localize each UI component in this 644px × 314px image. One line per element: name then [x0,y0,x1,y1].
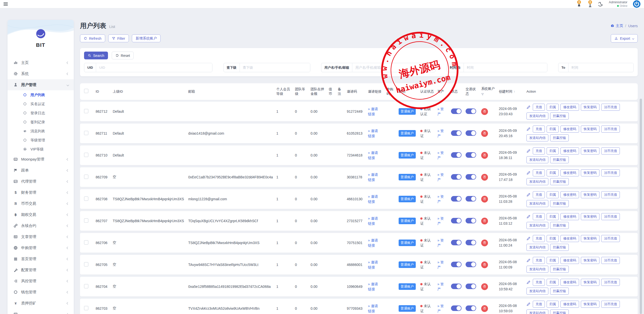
action-button[interactable]: 控赢控输 [550,222,569,229]
edit-icon[interactable] [526,171,531,175]
sidebar-subitem[interactable]: 登录日志 [8,108,74,117]
action-button[interactable]: 恢复密码 [581,126,599,133]
sidebar-item[interactable]: 永续合约 [8,220,74,231]
sidebar-item[interactable]: 币币交易 [8,198,74,209]
filter-field-input[interactable] [96,63,212,72]
action-button[interactable]: 修改密码 [560,279,579,286]
trade-status-toggle[interactable] [466,196,476,202]
action-button[interactable]: 归属 [547,301,559,308]
action-button[interactable]: 恢复密码 [581,235,599,242]
filter-field-input[interactable] [569,63,633,72]
edit-icon[interactable] [526,258,531,262]
sidebar-subitem[interactable]: 等级管理 [8,136,74,145]
action-button[interactable]: 法币充值 [601,104,620,111]
action-button[interactable]: 法币充值 [601,257,620,264]
assets-link[interactable]: » 资产 [437,216,446,226]
action-button[interactable]: 修改密码 [560,235,579,242]
action-button[interactable]: 法币充值 [601,279,620,286]
assets-link[interactable]: » 资产 [437,260,446,270]
action-button[interactable]: 归属 [547,126,559,133]
action-button[interactable]: 修改密码 [560,104,579,111]
sidebar-item[interactable]: 期权交易 [8,209,74,220]
action-button[interactable]: 归属 [547,191,559,198]
action-button[interactable]: 恢复密码 [581,191,599,198]
action-button[interactable]: 发送站内信 [526,134,548,141]
trade-status-toggle[interactable] [466,108,476,114]
action-button[interactable]: 充值 [533,301,545,308]
assets-link[interactable]: » 资产 [437,238,446,248]
action-button[interactable]: 修改密码 [560,169,579,176]
sidebar-item[interactable]: 跟单 [8,165,74,176]
action-button[interactable]: 充值 [533,257,545,264]
sidebar-subitem[interactable]: 签到记录 [8,117,74,127]
action-button[interactable]: 发送站内信 [526,200,548,207]
sort-asc-icon[interactable]: ↑ [514,90,515,93]
status-toggle[interactable] [451,262,462,267]
action-button[interactable]: 法币充值 [601,147,620,154]
invite-link[interactable]: » 邀请链接 [368,106,381,117]
row-checkbox[interactable] [84,175,88,179]
invite-link[interactable]: » 邀请链接 [368,260,381,270]
invite-link[interactable]: » 邀请链接 [368,238,381,248]
action-button[interactable]: 恢复密码 [581,213,599,220]
invite-link[interactable]: » 邀请链接 [368,194,381,204]
status-toggle[interactable] [451,218,462,223]
export-button[interactable]: Export [611,34,638,43]
status-toggle[interactable] [451,305,462,311]
action-button[interactable]: 归属 [547,257,559,264]
edit-icon[interactable] [526,193,531,197]
action-button[interactable]: 控赢控输 [550,178,569,185]
action-button[interactable]: 修改密码 [560,213,579,220]
invite-link[interactable]: » 邀请链接 [368,150,381,161]
column-header-system[interactable]: 系统账户 [481,87,496,96]
status-toggle[interactable] [451,284,462,289]
action-button[interactable]: 控赢控输 [550,266,569,273]
status-toggle[interactable] [451,152,462,158]
sidebar-item[interactable]: 质押挖矿 [8,298,74,309]
menu-toggle-icon[interactable] [4,3,8,6]
sidebar-item[interactable]: 钱包管理 [8,287,74,298]
row-checkbox[interactable] [84,284,88,288]
action-button[interactable]: 归属 [547,147,559,154]
action-button[interactable]: 控赢控输 [550,134,569,141]
action-button[interactable]: 发送站内信 [526,288,548,295]
action-button[interactable]: 修改密码 [560,257,579,264]
action-button[interactable]: 归属 [547,104,559,111]
action-button[interactable]: 控赢控输 [550,156,569,163]
action-button[interactable]: 发送站内信 [526,156,548,163]
assets-link[interactable]: » 资产 [437,172,446,182]
action-button[interactable]: 恢复密码 [581,279,599,286]
row-checkbox[interactable] [84,197,88,201]
trade-status-toggle[interactable] [466,262,476,267]
action-button[interactable]: 充值 [533,279,545,286]
action-button[interactable]: 法币充值 [601,213,620,220]
action-button[interactable]: 充值 [533,147,545,154]
sidebar-item[interactable]: 系统 [8,68,74,79]
filter-field-input[interactable] [464,63,547,72]
sidebar-item[interactable]: 财务管理 [8,187,74,198]
column-filter[interactable] [481,92,496,97]
edit-icon[interactable] [526,237,531,241]
trade-status-toggle[interactable] [466,174,476,180]
invite-link[interactable]: » 邀请链接 [368,216,381,226]
row-checkbox[interactable] [84,131,88,135]
row-checkbox[interactable] [84,240,88,245]
action-button[interactable]: 发送站内信 [526,309,548,314]
status-toggle[interactable] [451,108,462,114]
edit-icon[interactable] [526,149,531,153]
status-toggle[interactable] [451,130,462,136]
sidebar-subitem[interactable]: 消息列表 [8,127,74,136]
invite-link[interactable]: » 邀请链接 [368,128,381,139]
dark-mode-icon[interactable] [598,2,603,7]
action-button[interactable]: 法币充值 [601,191,620,198]
action-button[interactable]: 归属 [547,213,559,220]
assets-link[interactable]: » 资产 [437,303,446,314]
action-button[interactable]: 发送站内信 [526,244,548,251]
action-button[interactable]: 恢复密码 [581,257,599,264]
add-system-account-button[interactable]: 新增系统账户 [132,34,161,42]
invite-link[interactable]: » 邀请链接 [368,282,381,292]
sidebar-item[interactable]: 用户管理 [8,79,74,90]
action-button[interactable]: 控赢控输 [550,244,569,251]
edit-icon[interactable] [526,215,531,219]
filter-button[interactable]: Filter [108,34,129,42]
